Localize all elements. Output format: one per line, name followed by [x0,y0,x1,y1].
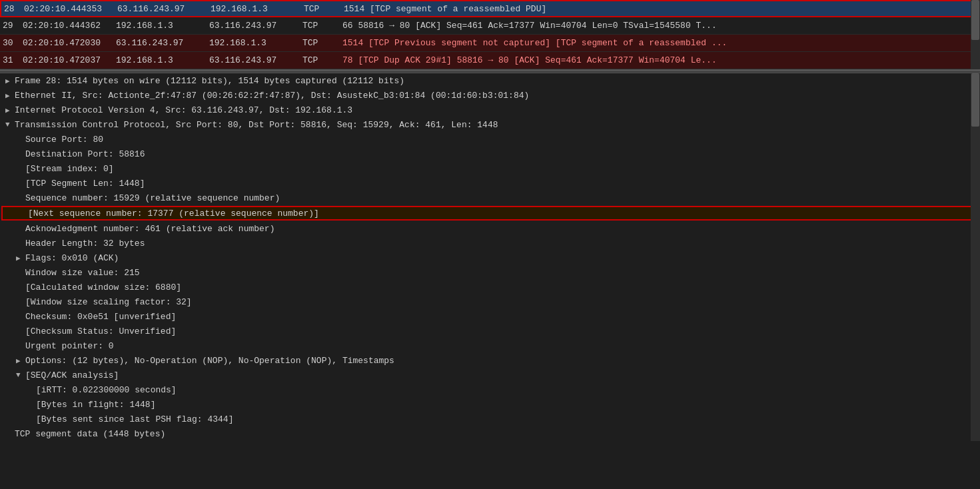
detail-row[interactable]: Acknowledgment number: 461 (relative ack… [0,221,980,236]
detail-row[interactable]: Sequence number: 15929 (relative sequenc… [0,191,980,205]
detail-text: Options: (12 bytes), No-Operation (NOP),… [25,356,394,366]
packet-info: 1514 [TCP segment of a reassembled PDU] [344,4,976,14]
detail-text: Checksum: 0x0e51 [unverified] [25,312,176,322]
packet-dst: 63.116.243.97 [209,55,302,65]
expand-arrow[interactable]: ▶ [5,106,13,115]
detail-row[interactable]: ▼Transmission Control Protocol, Src Port… [0,117,980,132]
detail-row[interactable]: ▶Options: (12 bytes), No-Operation (NOP)… [0,353,980,368]
detail-row[interactable]: Urgent pointer: 0 [0,338,980,353]
detail-text: [Checksum Status: Unverified] [25,326,176,336]
packet-time: 02:20:10.472037 [23,55,116,65]
detail-text: [Stream index: 0] [25,164,114,174]
packet-info: 78 [TCP Dup ACK 29#1] 58816 → 80 [ACK] S… [342,55,977,65]
packet-info: 66 58816 → 80 [ACK] Seq=461 Ack=17377 Wi… [342,21,977,31]
packet-src: 192.168.1.3 [116,55,209,65]
detail-text: Header Length: 32 bytes [25,239,145,248]
detail-row[interactable]: Checksum: 0x0e51 [unverified] [0,309,980,324]
packet-src: 192.168.1.3 [116,21,209,31]
detail-row[interactable]: Window size value: 215 [0,265,980,280]
detail-text: Frame 28: 1514 bytes on wire (12112 bits… [15,76,404,86]
detail-scrollbar[interactable] [971,73,980,441]
packet-src: 63.116.243.97 [116,38,209,48]
packet-row[interactable]: 28 02:20:10.444353 63.116.243.97 192.168… [0,0,980,17]
packet-time: 02:20:10.472030 [23,38,116,48]
expand-arrow[interactable]: ▶ [16,254,24,262]
detail-text: [Bytes sent since last PSH flag: 4344] [36,414,233,424]
detail-text: [Window size scaling factor: 32] [25,297,192,307]
detail-row[interactable]: ▼[SEQ/ACK analysis] [0,368,980,382]
detail-text: Internet Protocol Version 4, Src: 63.116… [15,105,352,115]
packet-row[interactable]: 29 02:20:10.444362 192.168.1.3 63.116.24… [0,17,980,35]
detail-scrollbar-thumb[interactable] [971,73,979,127]
detail-row[interactable]: Header Length: 32 bytes [0,236,980,250]
detail-panel: ▶Frame 28: 1514 bytes on wire (12112 bit… [0,73,980,441]
detail-row[interactable]: [Bytes sent since last PSH flag: 4344] [0,412,980,426]
detail-row[interactable]: [Window size scaling factor: 32] [0,294,980,309]
packet-proto: TCP [302,38,342,48]
detail-row[interactable]: [Checksum Status: Unverified] [0,324,980,338]
expand-arrow[interactable]: ▼ [16,371,24,379]
detail-text: TCP segment data (1448 bytes) [15,429,165,439]
detail-row[interactable]: [TCP Segment Len: 1448] [0,176,980,191]
detail-row[interactable]: Destination Port: 58816 [0,147,980,161]
packet-no: 30 [3,38,23,48]
detail-row[interactable]: ▶Flags: 0x010 (ACK) [0,250,980,265]
packet-time: 02:20:10.444353 [24,4,117,14]
detail-row[interactable]: [Bytes in flight: 1448] [0,397,980,412]
detail-text: [Calculated window size: 6880] [25,282,181,292]
detail-text: Window size value: 215 [25,268,140,278]
detail-text: Acknowledgment number: 461 (relative ack… [25,224,274,234]
detail-text: Flags: 0x010 (ACK) [25,253,119,263]
packets-list: 28 02:20:10.444353 63.116.243.97 192.168… [0,0,980,69]
packet-src: 63.116.243.97 [117,4,211,14]
expand-arrow[interactable]: ▼ [5,121,13,129]
packet-proto: TCP [304,4,344,14]
packet-row[interactable]: 30 02:20:10.472030 63.116.243.97 192.168… [0,35,980,52]
detail-row[interactable]: ▶Internet Protocol Version 4, Src: 63.11… [0,103,980,117]
detail-row[interactable]: [Stream index: 0] [0,161,980,176]
detail-row[interactable]: [Next sequence number: 17377 (relative s… [1,206,979,221]
packets-scrollbar[interactable] [971,0,980,69]
detail-list: ▶Frame 28: 1514 bytes on wire (12112 bit… [0,73,980,441]
detail-row[interactable]: ▶Ethernet II, Src: Actionte_2f:47:87 (00… [0,88,980,103]
detail-text: Ethernet II, Src: Actionte_2f:47:87 (00:… [15,91,529,101]
detail-text: [TCP Segment Len: 1448] [25,179,145,189]
detail-text: [SEQ/ACK analysis] [25,370,119,380]
packet-proto: TCP [302,55,342,65]
packet-dst: 63.116.243.97 [209,21,302,31]
packet-proto: TCP [302,21,342,31]
detail-text: Transmission Control Protocol, Src Port:… [15,120,498,130]
detail-row[interactable]: Source Port: 80 [0,132,980,147]
detail-text: Source Port: 80 [25,135,103,145]
packet-row[interactable]: 31 02:20:10.472037 192.168.1.3 63.116.24… [0,52,980,69]
detail-text: Sequence number: 15929 (relative sequenc… [25,193,280,203]
expand-arrow[interactable]: ▶ [5,77,13,85]
expand-arrow[interactable]: ▶ [5,91,13,100]
detail-text: Urgent pointer: 0 [25,341,114,351]
packets-panel: 28 02:20:10.444353 63.116.243.97 192.168… [0,0,980,71]
detail-row[interactable]: ▶Frame 28: 1514 bytes on wire (12112 bit… [0,73,980,88]
packet-time: 02:20:10.444362 [23,21,116,31]
detail-text: [Bytes in flight: 1448] [36,400,155,410]
detail-row[interactable]: [iRTT: 0.022300000 seconds] [0,382,980,397]
packet-info: 1514 [TCP Previous segment not captured]… [342,38,977,48]
detail-row[interactable]: TCP segment data (1448 bytes) [0,426,980,441]
expand-arrow[interactable]: ▶ [16,356,24,365]
packets-scrollbar-thumb[interactable] [971,0,979,40]
detail-text: [iRTT: 0.022300000 seconds] [36,385,177,395]
packet-dst: 192.168.1.3 [209,38,302,48]
detail-text: [Next sequence number: 17377 (relative s… [28,209,319,219]
packet-no: 28 [4,4,24,14]
packet-dst: 192.168.1.3 [211,4,304,14]
detail-row[interactable]: [Calculated window size: 6880] [0,280,980,294]
packet-no: 29 [3,21,23,31]
detail-text: Destination Port: 58816 [25,149,145,159]
packet-no: 31 [3,55,23,65]
